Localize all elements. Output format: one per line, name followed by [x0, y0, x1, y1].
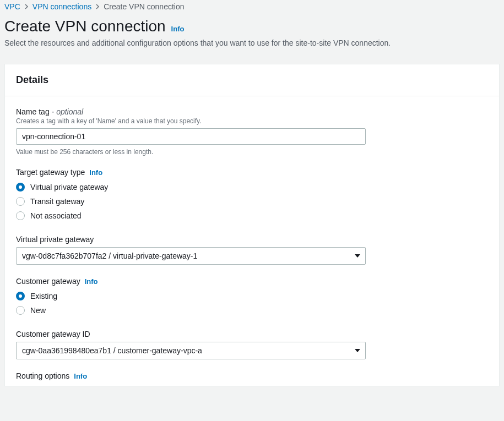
- caret-down-icon: [355, 349, 360, 352]
- radio-transit-gateway[interactable]: Transit gateway: [16, 194, 488, 209]
- radio-icon: [16, 306, 25, 315]
- customer-gateway-id-label: Customer gateway ID: [16, 330, 90, 338]
- panel-title: Details: [16, 74, 488, 86]
- breadcrumb-link-vpn-connections[interactable]: VPN connections: [32, 2, 91, 11]
- field-routing-options: Routing options Info: [16, 371, 488, 380]
- radio-icon: [16, 197, 25, 206]
- chevron-right-icon: [24, 4, 29, 9]
- info-link-customer-gateway[interactable]: Info: [85, 277, 98, 286]
- customer-gateway-label: Customer gateway: [16, 277, 80, 286]
- radio-label: Virtual private gateway: [30, 183, 108, 192]
- radio-label: Existing: [30, 292, 57, 300]
- radio-icon: [16, 211, 25, 220]
- virtual-private-gateway-label: Virtual private gateway: [16, 235, 94, 244]
- radio-virtual-private-gateway[interactable]: Virtual private gateway: [16, 180, 488, 194]
- info-link-routing-options[interactable]: Info: [74, 372, 87, 380]
- field-customer-gateway-id: Customer gateway ID cgw-0aa361998480ea7b…: [16, 330, 488, 359]
- name-tag-input[interactable]: [16, 128, 366, 145]
- name-tag-constraint: Value must be 256 characters or less in …: [16, 148, 488, 156]
- virtual-private-gateway-select[interactable]: vgw-0d8c7fa362b707fa2 / virtual-private-…: [16, 247, 366, 265]
- panel-header: Details: [5, 64, 499, 96]
- radio-label: Not associated: [30, 211, 82, 220]
- radio-icon: [16, 183, 25, 192]
- radio-label: New: [30, 306, 46, 315]
- field-name-tag: Name tag - optional Creates a tag with a…: [16, 107, 488, 156]
- breadcrumb-link-vpc[interactable]: VPC: [4, 2, 20, 11]
- info-link-target-gateway-type[interactable]: Info: [89, 168, 102, 177]
- select-value: vgw-0d8c7fa362b707fa2 / virtual-private-…: [22, 251, 197, 260]
- name-tag-label: Name tag - optional: [16, 107, 83, 116]
- page-header: Create VPN connection Info Select the re…: [0, 18, 504, 54]
- radio-icon: [16, 292, 25, 300]
- radio-label: Transit gateway: [30, 197, 84, 206]
- customer-gateway-radio-group: Existing New: [16, 289, 488, 318]
- info-link-page[interactable]: Info: [171, 25, 185, 33]
- caret-down-icon: [355, 254, 360, 258]
- chevron-right-icon: [95, 4, 100, 9]
- target-gateway-type-radio-group: Virtual private gateway Transit gateway …: [16, 180, 488, 223]
- radio-new[interactable]: New: [16, 303, 488, 318]
- field-virtual-private-gateway: Virtual private gateway vgw-0d8c7fa362b7…: [16, 235, 488, 265]
- routing-options-label: Routing options: [16, 371, 69, 380]
- select-value: cgw-0aa361998480ea7b1 / customer-gateway…: [22, 346, 202, 355]
- name-tag-hint: Creates a tag with a key of 'Name' and a…: [16, 117, 488, 125]
- page-description: Select the resources and additional conf…: [4, 39, 500, 47]
- breadcrumb-current: Create VPN connection: [104, 2, 184, 11]
- radio-not-associated[interactable]: Not associated: [16, 209, 488, 223]
- breadcrumb: VPC VPN connections Create VPN connectio…: [0, 0, 504, 18]
- field-customer-gateway: Customer gateway Info Existing New: [16, 277, 488, 318]
- customer-gateway-id-select[interactable]: cgw-0aa361998480ea7b1 / customer-gateway…: [16, 342, 366, 359]
- target-gateway-type-label: Target gateway type: [16, 168, 85, 177]
- radio-existing[interactable]: Existing: [16, 289, 488, 303]
- field-target-gateway-type: Target gateway type Info Virtual private…: [16, 168, 488, 223]
- details-panel: Details Name tag - optional Creates a ta…: [4, 64, 500, 386]
- page-title: Create VPN connection: [4, 18, 166, 35]
